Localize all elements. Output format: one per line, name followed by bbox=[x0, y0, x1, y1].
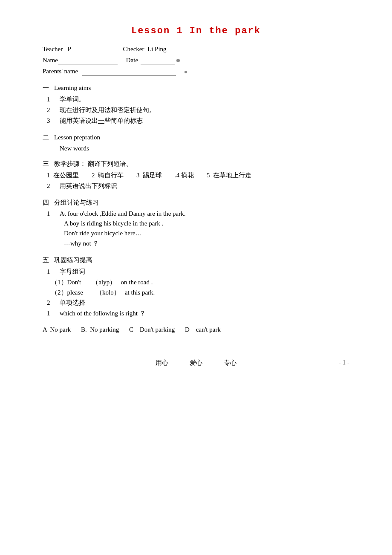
section1-title: Learning aims bbox=[54, 84, 91, 92]
option-b: B. No parking bbox=[81, 326, 119, 333]
section4-sub1: A boy is riding his bicycle in the park … bbox=[64, 220, 349, 227]
option-d: D can't park bbox=[185, 326, 221, 333]
section1-item2: 2 现在进行时及用法和否定祈使句。 bbox=[47, 106, 349, 114]
section4-sub3: ---why not ？ bbox=[64, 240, 349, 248]
name-label: Name bbox=[43, 57, 58, 64]
item3-num: 3 bbox=[47, 117, 55, 124]
section1-item1: 1 学单词。 bbox=[47, 95, 349, 104]
section2-num: 二 bbox=[43, 133, 49, 142]
checker-label: Checker bbox=[123, 46, 144, 53]
word1-prefix: （1）Don't bbox=[51, 279, 81, 286]
parents-label: Parents' name bbox=[43, 68, 78, 75]
row-item-1: 1 在公园里 bbox=[47, 171, 79, 179]
item1-text: 学单词。 bbox=[60, 95, 349, 104]
page-title: Lesson 1 In the park bbox=[43, 26, 349, 36]
section3-title: 教学步骤： 翻译下列短语。 bbox=[54, 160, 133, 168]
section3-header: 三 教学步骤： 翻译下列短语。 bbox=[43, 160, 349, 168]
section3-row1: 1 在公园里 2 骑自行车 3 踢足球 .4 摘花 5 在草地上行走 bbox=[47, 171, 349, 179]
section5-word-title: 1 字母组词 bbox=[47, 268, 349, 276]
word1-row: （1）Don't （alyp） on the road . bbox=[51, 278, 349, 286]
row-item-4: .4 摘花 bbox=[175, 171, 194, 179]
s4-sub1-text: A boy is riding his bicycle in the park … bbox=[64, 220, 163, 227]
s5-item1-num: 1 bbox=[47, 268, 55, 275]
item3-text: 能用英语说出一些简单的标志 bbox=[60, 117, 349, 125]
s4-sub2-text: Don't ride your bicycle here… bbox=[64, 230, 142, 237]
s4-sub3-text: ---why not ？ bbox=[64, 240, 99, 247]
word1-hint: （alyp） bbox=[92, 279, 116, 286]
meta-parents-row: Parents' name bbox=[43, 68, 349, 75]
option-c: C Don't parking bbox=[129, 326, 175, 333]
date-dot-icon bbox=[176, 59, 180, 62]
meta-teacher-row: Teacher P Checker Li Ping bbox=[43, 46, 349, 53]
word1-suffix: on the road . bbox=[121, 279, 153, 286]
word2-row: （2）please （kolo） at this park. bbox=[51, 289, 349, 297]
meta-name-row: Name Date bbox=[43, 57, 349, 64]
s4-item1-text: At four o'clock ,Eddie and Danny are in … bbox=[60, 210, 349, 217]
section2-sub: New words bbox=[60, 145, 349, 152]
section5-header: 五 巩固练习提高 bbox=[43, 256, 349, 264]
teacher-value: P bbox=[68, 46, 110, 53]
item2-num: 2 bbox=[47, 107, 55, 114]
options-row: A No park B. No parking C Don't parking … bbox=[43, 326, 349, 333]
s5-word-title-text: 字母组词 bbox=[60, 268, 349, 276]
section3-num: 三 bbox=[43, 160, 49, 168]
section4-title: 分组讨论与练习 bbox=[54, 199, 99, 207]
footer-item-1: 用心 bbox=[156, 359, 168, 367]
section4-num: 四 bbox=[43, 199, 49, 207]
section3-item2: 2 用英语说出下列标识 bbox=[47, 182, 349, 190]
footer: 用心 爱心 专心 - 1 - bbox=[43, 359, 349, 367]
parents-value bbox=[82, 68, 176, 75]
teacher-label: Teacher bbox=[43, 46, 63, 53]
section1-header: 一 Learning aims bbox=[43, 84, 349, 92]
word2-prefix: （2）please bbox=[51, 289, 83, 296]
section5-title: 巩固练习提高 bbox=[54, 256, 92, 264]
s5-item2-num: 2 bbox=[47, 299, 55, 306]
footer-item-2: 爱心 bbox=[190, 359, 202, 367]
section5-choice: 2 单项选择 bbox=[47, 299, 349, 307]
checker-value: Li Ping bbox=[147, 46, 182, 53]
option-a: A No park bbox=[43, 326, 71, 333]
row-item-5: 5 在草地上行走 bbox=[207, 171, 251, 179]
parents-dot-icon bbox=[184, 71, 187, 73]
s3-item2-text: 用英语说出下列标识 bbox=[60, 182, 349, 190]
date-value bbox=[141, 57, 175, 64]
footer-items: 用心 爱心 专心 bbox=[156, 359, 236, 367]
section4-header: 四 分组讨论与练习 bbox=[43, 199, 349, 207]
q1-text: which of the following is right ？ bbox=[60, 309, 349, 318]
section4-item1: 1 At four o'clock ,Eddie and Danny are i… bbox=[47, 210, 349, 217]
s3-item2-num: 2 bbox=[47, 182, 55, 190]
date-label: Date bbox=[126, 57, 138, 64]
section5-num: 五 bbox=[43, 256, 49, 264]
word2-suffix: at this park. bbox=[125, 289, 155, 296]
s5-choice-title: 单项选择 bbox=[60, 299, 349, 307]
q1-num: 1 bbox=[47, 310, 55, 317]
row-item-3: 3 踢足球 bbox=[136, 171, 162, 179]
row-item-2: 2 骑自行车 bbox=[92, 171, 124, 179]
item2-text: 现在进行时及用法和否定祈使句。 bbox=[60, 106, 349, 114]
footer-item-3: 专心 bbox=[224, 359, 236, 367]
section5-q1: 1 which of the following is right ？ bbox=[47, 309, 349, 318]
word2-hint: （kolo） bbox=[96, 289, 120, 296]
section4-sub2: Don't ride your bicycle here… bbox=[64, 230, 349, 237]
s4-item1-num: 1 bbox=[47, 210, 55, 217]
item1-num: 1 bbox=[47, 96, 55, 103]
section1-num: 一 bbox=[43, 84, 49, 92]
section1-item3: 3 能用英语说出一些简单的标志 bbox=[47, 117, 349, 125]
section2-header: 二 Lesson prepration bbox=[43, 133, 349, 142]
name-value bbox=[58, 57, 118, 64]
section2-title: Lesson prepration bbox=[54, 134, 100, 141]
section2-sub-text: New words bbox=[60, 145, 89, 152]
footer-page: - 1 - bbox=[339, 359, 349, 366]
